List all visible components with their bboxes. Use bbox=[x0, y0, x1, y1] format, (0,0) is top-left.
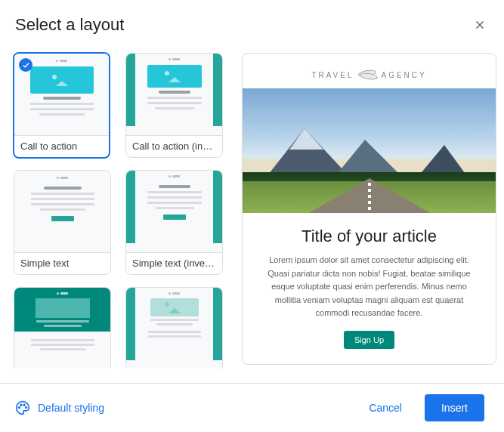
palette-icon bbox=[15, 400, 30, 415]
layout-thumbnail bbox=[126, 54, 222, 135]
dialog-body: Call to action Call to action (inverted) bbox=[0, 44, 504, 383]
cancel-button[interactable]: Cancel bbox=[352, 394, 419, 421]
svg-point-0 bbox=[19, 407, 20, 409]
layout-card-announcement[interactable]: Announcement bbox=[14, 287, 111, 369]
default-styling-button[interactable]: Default styling bbox=[15, 400, 104, 415]
dialog-actions: Cancel Insert bbox=[352, 394, 484, 421]
brand-text-left: TRAVEL bbox=[311, 71, 354, 79]
layout-card-label: Simple text bbox=[14, 252, 110, 274]
brand-logo-icon bbox=[358, 70, 376, 79]
close-button[interactable] bbox=[471, 16, 489, 34]
layout-thumbnail bbox=[14, 171, 110, 252]
dialog-title: Select a layout bbox=[15, 15, 124, 35]
layout-card-label: Call to action bbox=[14, 135, 109, 157]
selected-check-icon bbox=[19, 58, 32, 72]
svg-point-2 bbox=[23, 404, 25, 406]
layout-card-simple-text-inverted[interactable]: Simple text (inverted) bbox=[125, 170, 223, 275]
layout-preview: TRAVEL AGENCY Title of your article Lore… bbox=[242, 53, 496, 365]
dialog-header: Select a layout bbox=[0, 0, 504, 44]
layout-card-announcement-inverted[interactable]: Announcement (inverted) bbox=[125, 287, 223, 369]
layout-grid: Call to action Call to action (inverted) bbox=[14, 53, 225, 369]
layout-card-simple-text[interactable]: Simple text bbox=[14, 170, 111, 275]
article-body: Lorem ipsum dolor sit amet consectetur a… bbox=[243, 254, 496, 331]
layout-thumbnail bbox=[126, 171, 222, 252]
brand-text-right: AGENCY bbox=[381, 71, 426, 79]
layout-thumbnail bbox=[126, 288, 222, 369]
layout-thumbnail bbox=[14, 288, 110, 369]
layout-card-label: Simple text (inverted) bbox=[126, 252, 222, 274]
layout-card-call-to-action-inverted[interactable]: Call to action (inverted) bbox=[125, 53, 223, 158]
close-icon bbox=[473, 18, 487, 32]
article-title: Title of your article bbox=[243, 227, 496, 246]
insert-button[interactable]: Insert bbox=[425, 394, 484, 421]
brand-header: TRAVEL AGENCY bbox=[243, 70, 496, 79]
layout-card-label: Call to action (inverted) bbox=[126, 135, 222, 157]
preview-panel: TRAVEL AGENCY Title of your article Lore… bbox=[227, 44, 504, 383]
signup-button[interactable]: Sign Up bbox=[344, 331, 394, 349]
layout-grid-panel[interactable]: Call to action Call to action (inverted) bbox=[0, 44, 227, 369]
layout-card-call-to-action[interactable]: Call to action bbox=[13, 52, 110, 159]
svg-point-1 bbox=[20, 404, 22, 406]
svg-point-3 bbox=[26, 407, 27, 409]
layout-dialog: Select a layout Call to action bbox=[0, 0, 504, 432]
styling-label: Default styling bbox=[38, 402, 104, 414]
hero-image bbox=[243, 88, 496, 213]
dialog-footer: Default styling Cancel Insert bbox=[0, 383, 504, 432]
